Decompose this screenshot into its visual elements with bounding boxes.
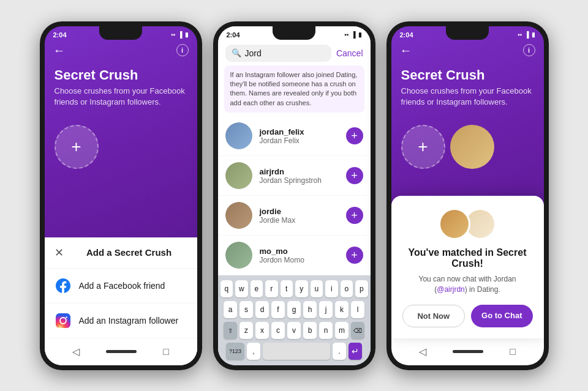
wifi-icon-3: ▪▪ — [518, 31, 522, 38]
wifi-icon-2: ▪▪ — [344, 31, 349, 38]
key-j[interactable]: j — [319, 301, 333, 318]
search-result-mo-mo[interactable]: mo_mo Jordon Momo + — [218, 236, 371, 275]
sheet-header: ✕ Add a Secret Crush — [45, 237, 197, 269]
key-m[interactable]: m — [335, 322, 349, 339]
cancel-button[interactable]: Cancel — [336, 48, 363, 58]
nav-square-3[interactable]: □ — [510, 346, 516, 357]
avatar-airjrdn — [225, 162, 252, 189]
key-b[interactable]: b — [303, 322, 317, 339]
match-avatars — [402, 208, 533, 240]
key-q[interactable]: q — [221, 280, 233, 297]
key-x[interactable]: x — [255, 322, 269, 339]
search-result-jordie[interactable]: jordie Jordie Max + — [218, 196, 371, 236]
search-result-airjrdn[interactable]: airjrdn Jordan Springstroh + — [218, 156, 371, 196]
match-description: You can now chat with Jordan (@airjrdn) … — [402, 274, 533, 295]
home-pill-1[interactable] — [106, 350, 137, 353]
add-crush-circle-3[interactable]: + — [401, 125, 445, 169]
key-d[interactable]: d — [255, 301, 269, 318]
phone-notch-2 — [273, 26, 315, 40]
key-y[interactable]: y — [295, 280, 308, 297]
search-icon: 🔍 — [232, 48, 241, 58]
name-airjrdn: Jordan Springstroh — [260, 176, 339, 185]
nav-square-1[interactable]: □ — [163, 346, 169, 357]
add-facebook-friend-item[interactable]: Add a Facebook friend — [45, 269, 197, 303]
back-button-3[interactable]: ← — [400, 43, 412, 58]
info-button-1[interactable]: i — [176, 44, 189, 56]
key-o[interactable]: o — [341, 280, 353, 297]
name-mo-mo: Jordon Momo — [260, 256, 339, 264]
key-i[interactable]: i — [325, 280, 338, 297]
signal-icon-3: ▐ — [524, 31, 529, 38]
crush-avatar-1 — [450, 125, 494, 169]
info-button-3[interactable]: i — [523, 44, 535, 56]
username-jordie: jordie — [260, 207, 339, 216]
key-c[interactable]: c — [271, 322, 285, 339]
username-mo-mo: mo_mo — [260, 247, 339, 256]
key-p[interactable]: p — [355, 280, 368, 297]
go-to-chat-button[interactable]: Go to Chat — [471, 305, 533, 327]
key-v[interactable]: v — [287, 322, 301, 339]
key-space[interactable] — [263, 343, 330, 360]
status-time-3: 2:04 — [400, 31, 413, 39]
key-numbers[interactable]: ?123 — [226, 343, 244, 360]
match-buttons: Not Now Go to Chat — [402, 305, 533, 327]
key-f[interactable]: f — [271, 301, 285, 318]
add-button-jordan-felix[interactable]: + — [346, 127, 363, 144]
nav-home-bar-1: ◁ □ — [45, 338, 197, 365]
add-button-jordie[interactable]: + — [346, 207, 363, 224]
signal-icon: ▐ — [178, 31, 182, 38]
username-airjrdn: airjrdn — [260, 167, 339, 176]
svg-point-2 — [66, 316, 67, 318]
battery-icon-3: ▮ — [532, 31, 535, 38]
sheet-title: Add a Secret Crush — [71, 247, 187, 258]
match-modal: You've matched in Secret Crush! You can … — [391, 196, 544, 338]
home-pill-3[interactable] — [453, 350, 483, 353]
key-k[interactable]: k — [335, 301, 349, 318]
key-t[interactable]: t — [281, 280, 293, 297]
key-comma[interactable]: , — [247, 343, 260, 360]
key-h[interactable]: h — [303, 301, 317, 318]
add-crush-circle[interactable]: + — [55, 125, 99, 169]
match-username: @airjrdn — [437, 285, 465, 294]
match-avatar-user — [439, 208, 470, 240]
signal-icon-2: ▐ — [351, 31, 355, 38]
key-s[interactable]: s — [239, 301, 253, 318]
nav-back-triangle-3[interactable]: ◁ — [419, 346, 426, 357]
nav-back-triangle-1[interactable]: ◁ — [72, 346, 80, 357]
key-u[interactable]: u — [311, 280, 323, 297]
username-jordan-felix: jordan_felix — [260, 127, 339, 136]
key-g[interactable]: g — [287, 301, 301, 318]
add-button-airjrdn[interactable]: + — [346, 167, 363, 184]
key-shift[interactable]: ⇧ — [224, 322, 237, 339]
sheet-close-button[interactable]: ✕ — [55, 246, 64, 259]
key-n[interactable]: n — [319, 322, 333, 339]
key-a[interactable]: a — [224, 301, 237, 318]
key-w[interactable]: w — [235, 280, 248, 297]
add-instagram-follower-item[interactable]: Add an Instagram follower — [45, 303, 197, 338]
nav-bar-3: ← i — [391, 41, 544, 62]
avatar-jordie — [225, 202, 252, 229]
keyboard: q w e r t y u i o p a s d — [218, 275, 371, 365]
key-r[interactable]: r — [265, 280, 278, 297]
page-title-1: Secret Crush — [45, 62, 197, 86]
key-period[interactable]: . — [333, 343, 346, 360]
search-bar: 🔍 Jord Cancel — [218, 41, 371, 65]
result-info-jordie: jordie Jordie Max — [260, 207, 339, 225]
key-z[interactable]: z — [239, 322, 253, 339]
key-backspace[interactable]: ⌫ — [351, 322, 364, 339]
add-button-mo-mo[interactable]: + — [346, 247, 363, 264]
battery-icon: ▮ — [185, 31, 189, 38]
name-jordan-felix: Jordan Felix — [260, 136, 339, 145]
key-e[interactable]: e — [251, 280, 263, 297]
name-jordie: Jordie Max — [260, 216, 339, 225]
key-l[interactable]: l — [351, 301, 364, 318]
search-result-jordan-felix[interactable]: jordan_felix Jordan Felix + — [218, 116, 371, 156]
search-input-box[interactable]: 🔍 Jord — [225, 45, 331, 62]
search-input[interactable]: Jord — [245, 48, 325, 58]
back-button-1[interactable]: ← — [53, 43, 66, 58]
add-secret-crush-sheet: ✕ Add a Secret Crush Add a Facebook frie… — [45, 237, 197, 365]
not-now-button[interactable]: Not Now — [402, 305, 466, 327]
key-enter[interactable]: ↵ — [349, 343, 362, 360]
match-title: You've matched in Secret Crush! — [402, 247, 533, 269]
status-icons-1: ▪▪ ▐ ▮ — [171, 31, 188, 38]
